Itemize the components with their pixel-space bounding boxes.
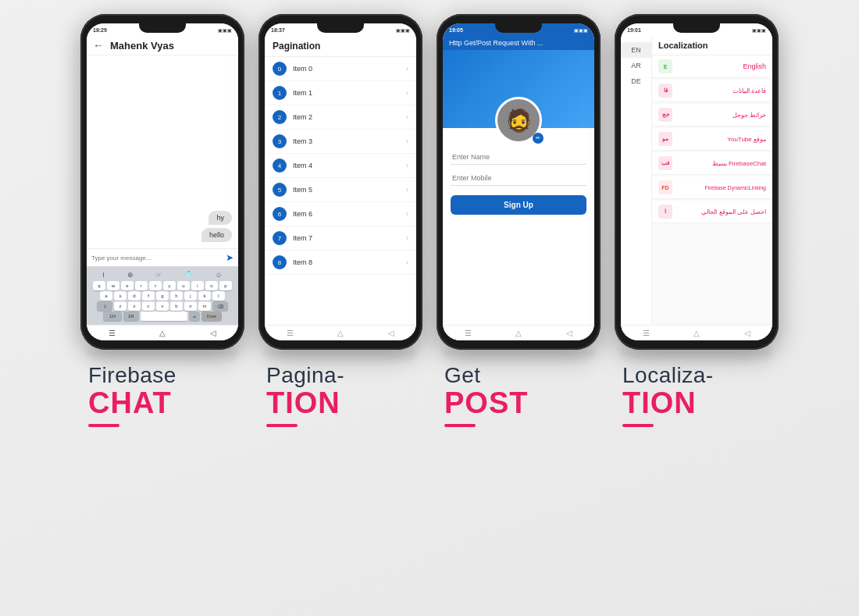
getpost-header: Http Get/Post Request With ... bbox=[443, 36, 594, 50]
key-k[interactable]: k bbox=[198, 291, 211, 301]
item-num-6: 6 bbox=[273, 207, 287, 221]
key-p[interactable]: p bbox=[219, 281, 232, 290]
key-123[interactable]: 12# bbox=[103, 312, 122, 321]
key-l[interactable]: l bbox=[212, 291, 225, 301]
status-bar-4: 19:01 ▣▣▣ bbox=[621, 23, 772, 36]
send-icon[interactable]: ➤ bbox=[226, 252, 233, 263]
sidebar-lang-de[interactable]: DE bbox=[621, 73, 651, 89]
key-v[interactable]: v bbox=[156, 301, 169, 311]
key-row-1: q w e r t y u i o p bbox=[88, 281, 237, 290]
key-o[interactable]: o bbox=[205, 281, 218, 290]
key-t[interactable]: t bbox=[149, 281, 162, 290]
label-pagination-line bbox=[266, 424, 298, 427]
keyboard-icon-5: ☺ bbox=[215, 271, 222, 279]
key-h[interactable]: h bbox=[170, 291, 183, 301]
key-x[interactable]: x bbox=[128, 301, 141, 311]
key-b[interactable]: b bbox=[170, 301, 183, 311]
key-w[interactable]: w bbox=[107, 281, 119, 290]
signal-4: ▣▣▣ bbox=[752, 27, 766, 33]
key-m[interactable]: m bbox=[198, 301, 211, 311]
time-1: 18:29 bbox=[93, 27, 107, 33]
sidebar-lang-ar[interactable]: AR bbox=[621, 58, 651, 73]
nav-menu-2[interactable]: ☰ bbox=[287, 329, 294, 337]
bottom-nav-1: ☰ △ ◁ bbox=[87, 325, 238, 340]
key-u[interactable]: u bbox=[177, 281, 190, 290]
key-return[interactable]: ↵ bbox=[189, 312, 200, 321]
nav-menu-4[interactable]: ☰ bbox=[643, 329, 650, 337]
bottom-nav-4: ☰ △ ◁ bbox=[621, 325, 772, 340]
sidebar-lang-en[interactable]: EN bbox=[621, 42, 651, 58]
loc-item-english[interactable]: E English bbox=[652, 55, 772, 78]
item-num-0: 0 bbox=[273, 62, 287, 76]
phone-localization: 19:01 ▣▣▣ EN AR DE Localization E Englis… bbox=[615, 14, 779, 350]
phone-firebase-chat: 18:29 ▣▣▣ ← Mahenk Vyas hy hello ➤ I ⊕ ☞ bbox=[80, 14, 244, 350]
list-item[interactable]: 8 Item 8 › bbox=[265, 251, 416, 275]
key-n[interactable]: n bbox=[184, 301, 197, 311]
key-row-2: a s d f g h j k l bbox=[88, 291, 237, 301]
back-arrow-icon[interactable]: ← bbox=[93, 39, 104, 52]
item-num-4: 4 bbox=[273, 158, 287, 173]
nav-home-3[interactable]: △ bbox=[515, 329, 522, 337]
nav-home-1[interactable]: △ bbox=[159, 329, 166, 337]
loc-label-db: قاعدة البيانات bbox=[732, 87, 766, 94]
key-s[interactable]: s bbox=[114, 291, 127, 301]
nav-menu-1[interactable]: ☰ bbox=[109, 329, 116, 337]
loc-item-youtube[interactable]: مو موقع YouTube bbox=[652, 128, 772, 151]
loc-item-firebase[interactable]: فب FirebaseChat بسيط bbox=[652, 152, 772, 175]
list-item[interactable]: 1 Item 1 › bbox=[265, 81, 416, 105]
list-item[interactable]: 2 Item 2 › bbox=[265, 105, 416, 130]
list-item[interactable]: 6 Item 6 › bbox=[265, 202, 416, 226]
chat-area: hy hello bbox=[87, 55, 238, 248]
nav-menu-3[interactable]: ☰ bbox=[465, 329, 472, 337]
key-done[interactable]: Done bbox=[201, 312, 222, 321]
key-g[interactable]: g bbox=[156, 291, 169, 301]
key-y[interactable]: y bbox=[163, 281, 176, 290]
loc-item-maps[interactable]: خج خرائط جوجل bbox=[652, 104, 772, 126]
nav-back-1[interactable]: ◁ bbox=[210, 329, 216, 337]
avatar-edit-icon[interactable]: ✏ bbox=[533, 133, 544, 144]
nav-home-4[interactable]: △ bbox=[693, 329, 700, 337]
keyboard-icon-3: ☞ bbox=[155, 271, 162, 279]
loc-item-location[interactable]: ا احصل على الموقع الحالي bbox=[652, 201, 772, 223]
nav-home-2[interactable]: △ bbox=[337, 329, 344, 337]
nav-back-2[interactable]: ◁ bbox=[388, 329, 394, 337]
list-item[interactable]: 5 Item 5 › bbox=[265, 178, 416, 202]
message-input[interactable] bbox=[91, 255, 226, 262]
list-item[interactable]: 0 Item 0 › bbox=[265, 57, 416, 81]
message-input-row[interactable]: ➤ bbox=[87, 248, 238, 266]
key-q[interactable]: q bbox=[93, 281, 105, 290]
list-item[interactable]: 7 Item 7 › bbox=[265, 226, 416, 251]
loc-label-dynamiclink: Firebase DynamicLinking bbox=[704, 185, 766, 190]
key-shift[interactable]: ⇧ bbox=[97, 301, 112, 311]
time-4: 19:01 bbox=[627, 27, 641, 33]
phone-get-post: 19:05 ▣▣▣ Http Get/Post Request With ...… bbox=[437, 14, 601, 350]
key-j[interactable]: j bbox=[184, 291, 197, 301]
key-en[interactable]: EN bbox=[123, 312, 139, 321]
key-z[interactable]: z bbox=[114, 301, 127, 311]
bottom-nav-2: ☰ △ ◁ bbox=[265, 325, 416, 340]
key-del[interactable]: ⌫ bbox=[212, 301, 228, 311]
nav-back-3[interactable]: ◁ bbox=[566, 329, 572, 337]
mobile-input[interactable] bbox=[451, 171, 586, 186]
key-c[interactable]: c bbox=[142, 301, 155, 311]
list-item[interactable]: 3 Item 3 › bbox=[265, 130, 416, 154]
label-get: Get POST bbox=[437, 364, 601, 427]
key-a[interactable]: a bbox=[100, 291, 112, 301]
signup-button[interactable]: Sign Up bbox=[451, 195, 586, 215]
name-input[interactable] bbox=[451, 150, 586, 165]
loc-label-maps: خرائط جوجل bbox=[732, 112, 766, 119]
key-i[interactable]: i bbox=[191, 281, 204, 290]
key-r[interactable]: r bbox=[135, 281, 148, 290]
label-get-line bbox=[444, 424, 476, 427]
chat-bubble-2: hello bbox=[201, 228, 232, 242]
key-space[interactable] bbox=[141, 312, 187, 321]
signal-3: ▣▣▣ bbox=[574, 27, 588, 33]
key-d[interactable]: d bbox=[128, 291, 141, 301]
item-label-7: Item 7 bbox=[293, 234, 406, 242]
loc-item-db[interactable]: قا قاعدة البيانات bbox=[652, 80, 772, 102]
loc-item-dynamiclink[interactable]: FD Firebase DynamicLinking bbox=[652, 176, 772, 199]
nav-back-4[interactable]: ◁ bbox=[744, 329, 750, 337]
list-item[interactable]: 4 Item 4 › bbox=[265, 154, 416, 178]
key-e[interactable]: e bbox=[121, 281, 134, 290]
key-f[interactable]: f bbox=[142, 291, 155, 301]
